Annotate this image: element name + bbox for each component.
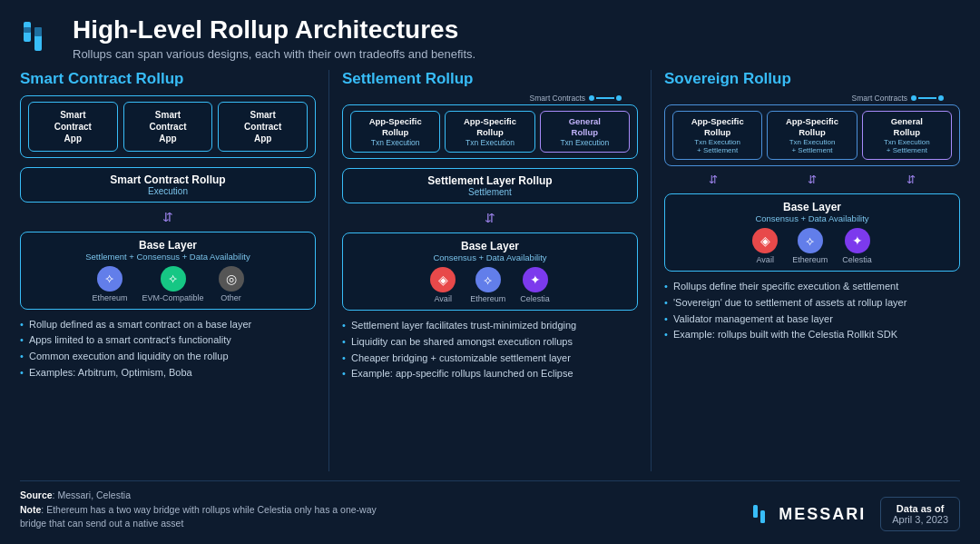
sovereign-column: Sovereign Rollup Smart Contracts App-Spe…	[664, 70, 960, 471]
app-box-3: SmartContractApp	[218, 102, 308, 152]
settlement-rollup-box: Settlement Layer Rollup Settlement	[342, 168, 638, 203]
footer-source: Source: Messari, Celestia	[20, 489, 401, 503]
svg-rect-2	[24, 27, 31, 33]
settlement-column: Settlement Rollup Smart Contracts App-Sp…	[342, 70, 638, 471]
note-label: Note	[20, 504, 41, 515]
sov-dot-1	[911, 95, 916, 101]
settlement-app-row: App-SpecificRollup Txn Execution App-Spe…	[342, 104, 638, 160]
dot-1	[589, 95, 594, 101]
ethereum-icon-item-sov: ⟡ Ethereum	[792, 228, 828, 264]
ethereum-icon-s: ⟡	[475, 267, 501, 292]
footer-right: MESSARI Data as of April 3, 2023	[751, 497, 960, 531]
evm-label: EVM-Compatible	[142, 293, 204, 302]
connector-line	[596, 97, 614, 99]
date-value: April 3, 2023	[892, 514, 948, 525]
settlement-base-title: Base Layer	[352, 240, 628, 252]
celestia-label-s: Celestia	[520, 294, 550, 303]
smart-contracts-connector: Smart Contracts	[530, 94, 622, 103]
sovereign-app-3: GeneralRollup Txn Execution+ Settlement	[862, 111, 952, 161]
celestia-label-sov: Celestia	[842, 255, 872, 264]
divider-2	[651, 70, 652, 471]
app-box-3-label: SmartContractApp	[222, 109, 303, 144]
sc-label-text: Smart Contracts	[530, 94, 585, 103]
settlement-bullets: Settlement layer facilitates trust-minim…	[342, 318, 638, 381]
sc-base-layer: Base Layer Settlement + Consensus + Data…	[20, 232, 316, 310]
settlement-icons-row: ◈ Avail ⟡ Ethereum ✦ Celestia	[352, 267, 628, 303]
settlement-base-layer: Base Layer Consensus + Data Availability…	[342, 232, 638, 311]
sov-bullet-2: 'Sovereign' due to settlement of assets …	[664, 295, 960, 312]
settlement-app-2: App-SpecificRollup Txn Execution	[445, 111, 534, 153]
sc-base-title: Base Layer	[30, 239, 306, 252]
columns-container: Smart Contract Rollup SmartContractApp S…	[20, 70, 960, 471]
sovereign-app-1: App-SpecificRollup Txn Execution+ Settle…	[672, 111, 762, 161]
messari-logo-icon	[751, 503, 773, 525]
logo-icon	[20, 18, 60, 58]
app-box-2-label: SmartContractApp	[128, 109, 209, 144]
settlement-base-sub: Consensus + Data Availability	[352, 252, 628, 262]
sovereign-sc-label: Smart Contracts	[852, 94, 907, 103]
sovereign-app-2-title: App-SpecificRollup	[771, 116, 852, 139]
data-as-of-label: Data as of	[892, 503, 948, 514]
svg-rect-5	[760, 510, 765, 523]
ethereum-icon-item: ⟡ Ethereum	[92, 266, 127, 302]
settlement-title: Settlement Rollup	[342, 70, 638, 88]
sovereign-app-group: App-SpecificRollup Txn Execution+ Settle…	[664, 104, 960, 167]
sovereign-title: Sovereign Rollup	[664, 70, 960, 88]
sovereign-app-2: App-SpecificRollup Txn Execution+ Settle…	[767, 111, 857, 161]
sovereign-base-title: Base Layer	[674, 201, 950, 213]
sov-arrow-3: ⇵	[906, 173, 916, 186]
celestia-icon-sov: ✦	[845, 228, 870, 253]
avail-icon-item-s: ◈ Avail	[430, 267, 456, 303]
evm-icon: ⟡	[161, 266, 186, 292]
source-text: : Messari, Celestia	[53, 490, 131, 500]
sov-arrow-1: ⇵	[709, 173, 718, 186]
sovereign-sc-connector: Smart Contracts	[852, 94, 944, 103]
source-label: Source	[20, 490, 53, 500]
evm-icon-item: ⟡ EVM-Compatible	[142, 266, 204, 302]
celestia-icon-item-sov: ✦ Celestia	[842, 228, 872, 264]
sovereign-apps-wrapper: Smart Contracts App-SpecificRollup Txn E…	[664, 104, 960, 167]
sov-connector-line	[918, 97, 936, 99]
app-box-1: SmartContractApp	[28, 102, 118, 152]
settlement-app-3-title: GeneralRollup	[544, 116, 625, 139]
avail-label-s: Avail	[435, 294, 452, 303]
settlement-app-3-sub: Txn Execution	[544, 138, 625, 147]
avail-label-sov: Avail	[757, 255, 774, 264]
sovereign-arrows: ⇵ ⇵ ⇵	[664, 173, 960, 186]
sc-bullets: Rollup defined as a smart contract on a …	[20, 317, 316, 381]
avail-icon-sov: ◈	[752, 228, 778, 253]
arrow-sc-1: ⇵	[20, 210, 316, 224]
settlement-app-1-title: App-SpecificRollup	[355, 116, 436, 139]
settlement-app-1-sub: Txn Execution	[355, 138, 436, 147]
sov-bullet-3: Validator management at base layer	[664, 312, 960, 328]
sc-bullet-3: Common execution and liquidity on the ro…	[20, 349, 316, 365]
sovereign-base-sub: Consensus + Data Availability	[674, 213, 950, 223]
settlement-app-2-title: App-SpecificRollup	[449, 116, 530, 139]
other-icon-item: ◎ Other	[219, 266, 244, 302]
svg-rect-4	[753, 505, 758, 518]
celestia-icon-item-s: ✦ Celestia	[520, 267, 550, 303]
ethereum-label: Ethereum	[92, 293, 127, 302]
other-label: Other	[220, 293, 241, 302]
page-subtitle: Rollups can span various designs, each w…	[73, 47, 475, 61]
connector-dots	[589, 95, 622, 101]
ethereum-icon-item-s: ⟡ Ethereum	[470, 267, 505, 303]
settlement-rollup-label: Settlement Layer Rollup	[350, 174, 630, 187]
svg-rect-3	[34, 27, 42, 36]
ethereum-label-sov: Ethereum	[792, 255, 828, 264]
avail-icon-s: ◈	[430, 267, 456, 292]
app-boxes-row: SmartContractApp SmartContractApp SmartC…	[20, 95, 316, 158]
footer: Source: Messari, Celestia Note: Ethereum…	[20, 480, 960, 531]
header-text: High-Level Rollup Architectures Rollups …	[73, 16, 475, 61]
smart-contract-rollup-box: Smart Contract Rollup Execution	[20, 167, 316, 203]
sc-bullet-4: Examples: Arbitrum, Optimism, Boba	[20, 365, 316, 381]
app-box-2: SmartContractApp	[123, 102, 213, 152]
sovereign-app-1-sub: Txn Execution+ Settlement	[677, 138, 758, 154]
sovereign-bullets: Rollups define their specific execution …	[664, 279, 960, 342]
settle-bullet-3: Cheaper bridging + customizable settleme…	[342, 351, 638, 367]
footer-left: Source: Messari, Celestia Note: Ethereum…	[20, 489, 401, 531]
smart-contract-title: Smart Contract Rollup	[20, 70, 316, 88]
sov-bullet-1: Rollups define their specific execution …	[664, 279, 960, 295]
note-text: : Ethereum has a two way bridge with rol…	[20, 504, 377, 529]
ethereum-icon: ⟡	[97, 266, 122, 292]
